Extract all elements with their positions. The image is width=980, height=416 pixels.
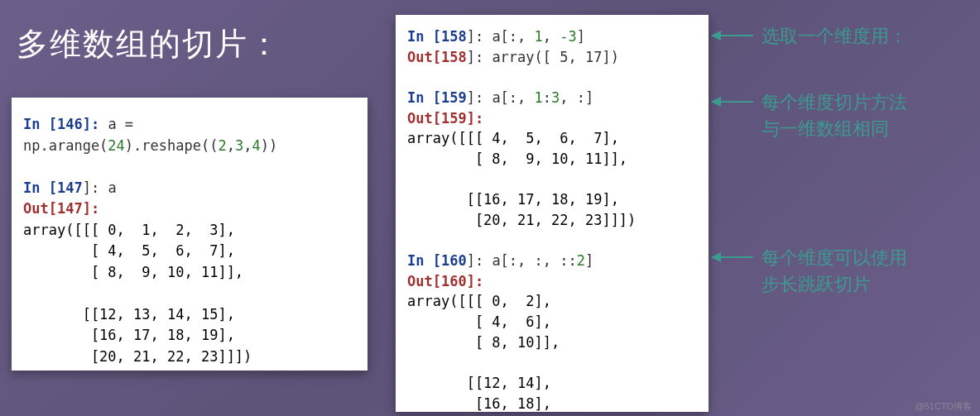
out-147-body: array([[[ 0, 1, 2, 3], [ 4, 5, 6, 7], [ … — [23, 220, 356, 368]
out-prompt: Out[160]: — [407, 273, 483, 289]
in-159: In [159]: a[:, 1:3, :] — [407, 88, 697, 108]
annotation-2: 每个维度切片方法 与一维数组相同 — [761, 89, 907, 142]
out-159-prompt: Out[159]: — [407, 108, 697, 129]
out-prompt: Out[147]: — [23, 200, 99, 217]
out-159-body: array([[[ 4, 5, 6, 7], [ 8, 9, 10, 11]],… — [407, 128, 697, 230]
in-146: In [146]: a = np.arange(24).reshape((2,3… — [23, 114, 356, 156]
arrow-icon — [712, 35, 753, 36]
out-prompt: Out[159]: — [407, 110, 483, 127]
in-prompt: In [159 — [407, 89, 467, 106]
in-prompt: In [158 — [407, 28, 467, 45]
out-160-body: array([[[ 0, 2], [ 4, 6], [ 8, 10]], [[1… — [407, 291, 697, 416]
arrow-icon — [712, 256, 753, 258]
watermark: @51CTO博客 — [915, 400, 972, 413]
right-code-panel: In [158]: a[:, 1, -3] Out[158]: array([ … — [396, 15, 709, 412]
out-158: Out[158]: array([ 5, 17]) — [407, 47, 697, 68]
in-147: In [147]: a — [23, 178, 356, 199]
out-147-prompt: Out[147]: — [23, 198, 356, 220]
out-160-prompt: Out[160]: — [407, 271, 697, 292]
in-prompt: In [146]: — [23, 116, 108, 132]
in-prompt: In [160 — [407, 252, 467, 269]
arrow-icon — [712, 101, 753, 103]
in-prompt: In [147 — [23, 179, 83, 196]
annotation-1: 选取一个维度用： — [761, 23, 907, 50]
left-code-panel: In [146]: a = np.arange(24).reshape((2,3… — [12, 98, 368, 371]
in-160: In [160]: a[:, :, ::2] — [407, 251, 697, 271]
out-prompt: Out[158 — [407, 49, 467, 65]
annotation-3: 每个维度可以使用 步长跳跃切片 — [761, 245, 907, 298]
page-title: 多维数组的切片： — [17, 23, 281, 65]
in-158: In [158]: a[:, 1, -3] — [407, 26, 697, 47]
